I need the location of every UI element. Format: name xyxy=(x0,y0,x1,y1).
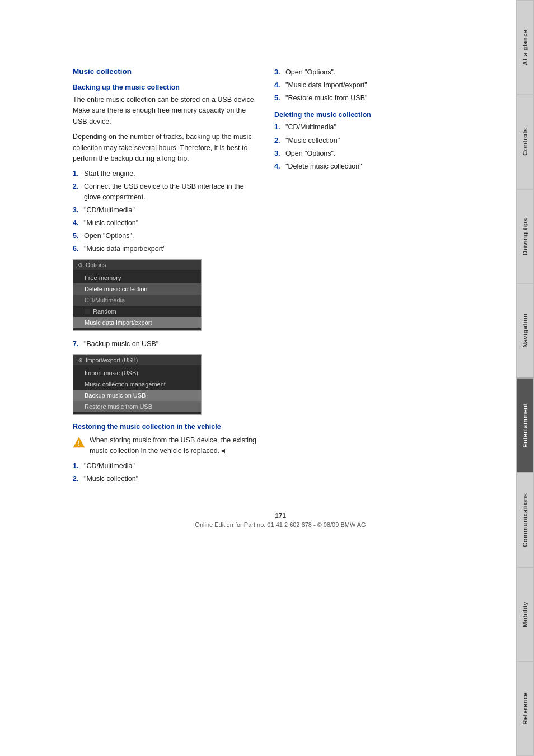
sidebar-tabs: At a glance Controls Driving tips Naviga… xyxy=(516,0,534,756)
options-titlebar: ⚙ Options xyxy=(73,260,201,270)
menu-item-cd-multimedia: CD/Multimedia xyxy=(73,295,201,306)
list-item: 6. "Music data import/export" xyxy=(73,244,257,254)
import-export-screenshot: ⚙ Import/export (USB) Import music (USB)… xyxy=(73,354,202,415)
restore-steps-list: 1. "CD/Multimedia" 2. "Music collection" xyxy=(73,461,257,484)
page-number: 171 xyxy=(73,512,488,520)
menu-item-delete-music: Delete music collection xyxy=(73,283,201,295)
list-item: 1. "CD/Multimedia" xyxy=(73,461,257,471)
tab-controls[interactable]: Controls xyxy=(516,95,534,189)
list-item: 1. "CD/Multimedia" xyxy=(274,122,442,132)
warning-box: ! When storing music from the USB device… xyxy=(73,435,257,456)
list-item: 2. Connect the USB device to the USB int… xyxy=(73,181,257,202)
delete-title: Deleting the music collection xyxy=(274,111,442,119)
list-item: 2. "Music collection" xyxy=(274,136,442,146)
tab-mobility[interactable]: Mobility xyxy=(516,567,534,662)
delete-steps-list: 1. "CD/Multimedia" 2. "Music collection"… xyxy=(274,122,442,171)
menu-item-random: Random xyxy=(73,306,201,317)
tab-driving-tips[interactable]: Driving tips xyxy=(516,189,534,284)
list-item: 4. "Delete music collection" xyxy=(274,161,442,171)
tab-at-a-glance[interactable]: At a glance xyxy=(516,0,534,95)
list-item: 5. "Restore music from USB" xyxy=(274,93,442,103)
tab-communications[interactable]: Communications xyxy=(516,473,534,567)
backup-steps-list: 1. Start the engine. 2. Connect the USB … xyxy=(73,169,257,254)
menu-item-import-music: Import music (USB) xyxy=(73,367,201,379)
svg-text:!: ! xyxy=(78,440,80,447)
warning-text: When storing music from the USB device, … xyxy=(90,435,257,456)
list-item: 1. Start the engine. xyxy=(73,169,257,179)
tab-reference[interactable]: Reference xyxy=(516,661,534,756)
tab-navigation[interactable]: Navigation xyxy=(516,283,534,378)
main-title: Music collection xyxy=(73,67,257,76)
gear-icon-2: ⚙ xyxy=(78,357,83,363)
menu-item-free-memory: Free memory xyxy=(73,272,201,283)
page-footer: 171 Online Edition for Part no. 01 41 2 … xyxy=(73,512,488,539)
backup-title: Backing up the music collection xyxy=(73,83,257,91)
step7-list: 7. "Backup music on USB" xyxy=(73,339,257,349)
left-column: Music collection Backing up the music co… xyxy=(73,67,257,489)
backup-para1: The entire music collection can be store… xyxy=(73,95,257,127)
list-item: 3. "CD/Multimedia" xyxy=(73,205,257,215)
menu-item-music-data-import: Music data import/export xyxy=(73,317,201,328)
import-export-menu-list: Import music (USB) Music collection mana… xyxy=(73,365,201,414)
list-item: 3. Open "Options". xyxy=(274,67,442,77)
footer-text: Online Edition for Part no. 01 41 2 602 … xyxy=(195,521,366,528)
tab-entertainment[interactable]: Entertainment xyxy=(516,378,534,473)
options-menu-list: Free memory Delete music collection CD/M… xyxy=(73,270,201,330)
warning-icon: ! xyxy=(73,436,85,450)
list-item: 4. "Music data import/export" xyxy=(274,80,442,90)
list-item: 3. Open "Options". xyxy=(274,148,442,158)
gear-icon: ⚙ xyxy=(78,262,83,268)
list-item: 2. "Music collection" xyxy=(73,474,257,484)
menu-item-backup-music: Backup music on USB xyxy=(73,390,201,401)
import-export-titlebar: ⚙ Import/export (USB) xyxy=(73,355,201,365)
list-item: 5. Open "Options". xyxy=(73,231,257,241)
restore-title: Restoring the music collection in the ve… xyxy=(73,423,257,431)
two-column-layout: Music collection Backing up the music co… xyxy=(73,67,488,489)
menu-item-music-collection-mgmt: Music collection management xyxy=(73,379,201,390)
menu-item-restore-music: Restore music from USB xyxy=(73,401,201,412)
list-item: 7. "Backup music on USB" xyxy=(73,339,257,349)
main-content: Music collection Backing up the music co… xyxy=(0,0,516,756)
options-menu-screenshot: ⚙ Options Free memory Delete music colle… xyxy=(73,259,202,331)
random-checkbox xyxy=(85,309,90,314)
backup-para2: Depending on the number of tracks, backi… xyxy=(73,132,257,164)
right-column: 3. Open "Options". 4. "Music data import… xyxy=(274,67,442,489)
list-item: 4. "Music collection" xyxy=(73,218,257,228)
steps-continued-list: 3. Open "Options". 4. "Music data import… xyxy=(274,67,442,103)
